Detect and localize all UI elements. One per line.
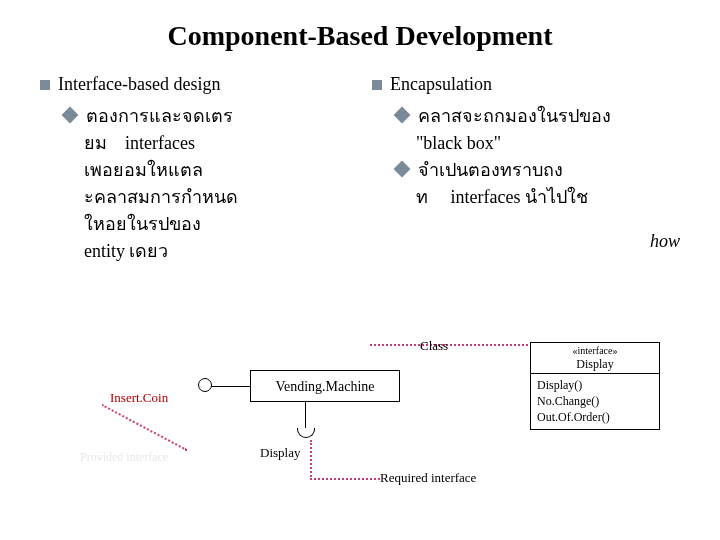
required-interface-label: Required interface bbox=[380, 470, 476, 486]
diamond-bullet-icon bbox=[394, 107, 411, 124]
dashed-connector-required bbox=[310, 440, 380, 480]
left-line4: ะคลาสมการกำหนด bbox=[84, 184, 348, 211]
interface-name: Display bbox=[531, 357, 659, 371]
left-column: Interface-based design ตองการและจดเตร ยม… bbox=[40, 74, 348, 265]
how-label: how bbox=[650, 231, 680, 252]
interface-op: Display() bbox=[537, 378, 653, 394]
right-line1: คลาสจะถกมองในรปของ bbox=[418, 106, 611, 126]
provided-interface-stem bbox=[210, 386, 250, 387]
uml-diagram: Class Required interface Insert.Coin Pro… bbox=[40, 320, 680, 520]
slide-root: Component-Based Development Interface-ba… bbox=[0, 0, 720, 540]
left-sub-2: ยม interfaces bbox=[84, 130, 348, 157]
interface-op: Out.Of.Order() bbox=[537, 410, 653, 426]
component-box: Vending.Machine bbox=[250, 370, 400, 402]
display-port-label: Display bbox=[260, 445, 300, 461]
right-line4a: ท bbox=[416, 187, 428, 207]
right-column: Encapsulation คลาสจะถกมองในรปของ "black … bbox=[372, 74, 680, 265]
right-sub-4: ท interfaces นำไปใช bbox=[416, 184, 680, 211]
interface-class-box: «interface» Display Display() No.Change(… bbox=[530, 342, 660, 430]
slide-title: Component-Based Development bbox=[40, 20, 680, 52]
square-bullet-icon bbox=[40, 80, 50, 90]
class-label: Class bbox=[420, 338, 448, 354]
square-bullet-icon bbox=[372, 80, 382, 90]
provided-interface-ball-icon bbox=[198, 378, 212, 392]
diamond-bullet-icon bbox=[62, 107, 79, 124]
interface-op: No.Change() bbox=[537, 394, 653, 410]
right-line3: จำเปนตองทราบถง bbox=[418, 160, 563, 180]
right-line2: "black box" bbox=[416, 130, 680, 157]
diamond-bullet-icon bbox=[394, 161, 411, 178]
interface-stereotype: «interface» bbox=[531, 345, 659, 357]
right-line4b: interfaces นำไปใช bbox=[451, 187, 588, 207]
provided-interface-label: Provided interface bbox=[80, 450, 168, 465]
right-sub-3: จำเปนตองทราบถง bbox=[396, 157, 680, 184]
dashed-connector-class bbox=[370, 344, 528, 346]
left-line2b: interfaces bbox=[125, 133, 195, 153]
interface-class-head: «interface» Display bbox=[531, 343, 659, 374]
left-heading-text: Interface-based design bbox=[58, 74, 220, 95]
required-interface-socket-icon bbox=[297, 428, 315, 438]
right-heading-text: Encapsulation bbox=[390, 74, 492, 95]
interface-operations: Display() No.Change() Out.Of.Order() bbox=[531, 374, 659, 429]
right-sub-1: คลาสจะถกมองในรปของ bbox=[396, 103, 680, 130]
columns: Interface-based design ตองการและจดเตร ยม… bbox=[40, 74, 680, 265]
left-sub-1: ตองการและจดเตร bbox=[64, 103, 348, 130]
required-interface-stem bbox=[305, 402, 306, 430]
dashed-connector-provided bbox=[102, 404, 188, 451]
left-heading: Interface-based design bbox=[40, 74, 348, 95]
insert-coin-label: Insert.Coin bbox=[110, 390, 168, 406]
left-line5: ใหอยในรปของ bbox=[84, 211, 348, 238]
right-heading: Encapsulation bbox=[372, 74, 680, 95]
left-line2a: ยม bbox=[84, 133, 107, 153]
left-line6: entity เดยว bbox=[84, 238, 348, 265]
left-line1: ตองการและจดเตร bbox=[86, 106, 233, 126]
left-line3: เพอยอมใหแตล bbox=[84, 157, 348, 184]
